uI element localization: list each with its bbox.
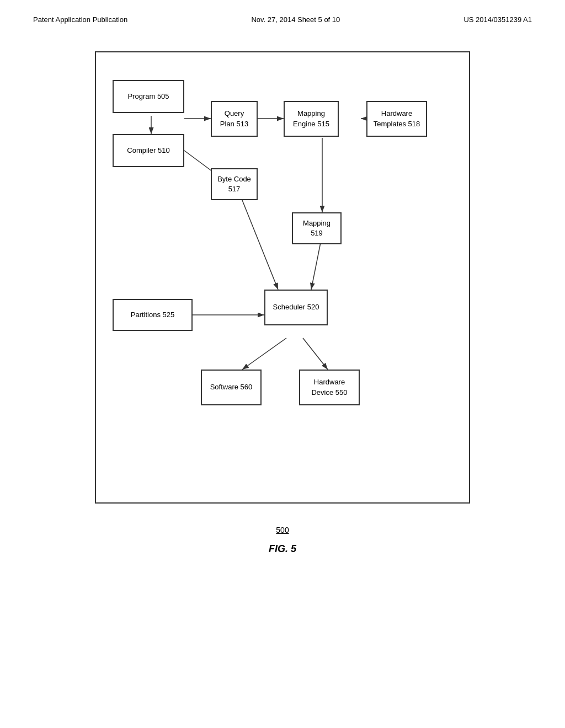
- svg-line-11: [303, 338, 328, 370]
- header-right: US 2014/0351239 A1: [463, 15, 532, 24]
- box-byte-code: Byte Code 517: [211, 168, 258, 200]
- diagram-container: Program 505 Compiler 510 Query Plan 513 …: [95, 51, 470, 504]
- svg-line-10: [242, 338, 286, 370]
- svg-line-7: [242, 200, 278, 290]
- diagram-wrapper: Program 505 Compiler 510 Query Plan 513 …: [95, 51, 470, 555]
- figure-title: FIG. 5: [95, 543, 470, 555]
- header-left: Patent Application Publication: [33, 15, 127, 24]
- box-software: Software 560: [201, 370, 262, 405]
- box-mapping: Mapping 519: [292, 212, 342, 244]
- box-mapping-engine: Mapping Engine 515: [284, 101, 339, 137]
- header-center: Nov. 27, 2014 Sheet 5 of 10: [251, 15, 340, 24]
- box-hardware-device: Hardware Device 550: [299, 370, 360, 405]
- figure-number-label: 500: [95, 526, 470, 534]
- box-hardware-templates: Hardware Templates 518: [366, 101, 427, 137]
- box-scheduler: Scheduler 520: [264, 290, 328, 325]
- page-header: Patent Application Publication Nov. 27, …: [0, 0, 565, 29]
- box-partitions: Partitions 525: [113, 299, 193, 331]
- box-compiler: Compiler 510: [113, 134, 184, 167]
- box-query-plan: Query Plan 513: [211, 101, 258, 137]
- box-program: Program 505: [113, 80, 184, 113]
